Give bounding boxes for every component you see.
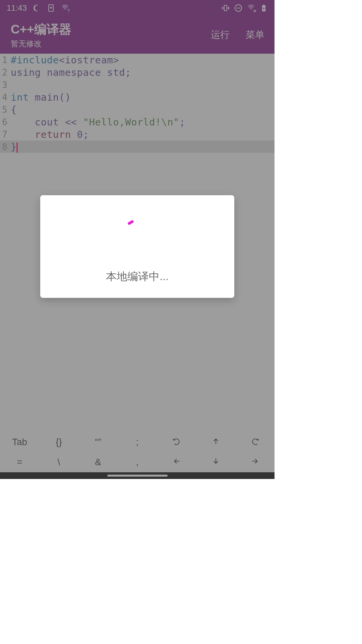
spinner xyxy=(40,209,234,259)
modal-text: 本地编译中... xyxy=(106,269,169,284)
spinner-tick-icon xyxy=(127,220,134,225)
compile-modal: 本地编译中... xyxy=(40,195,234,298)
